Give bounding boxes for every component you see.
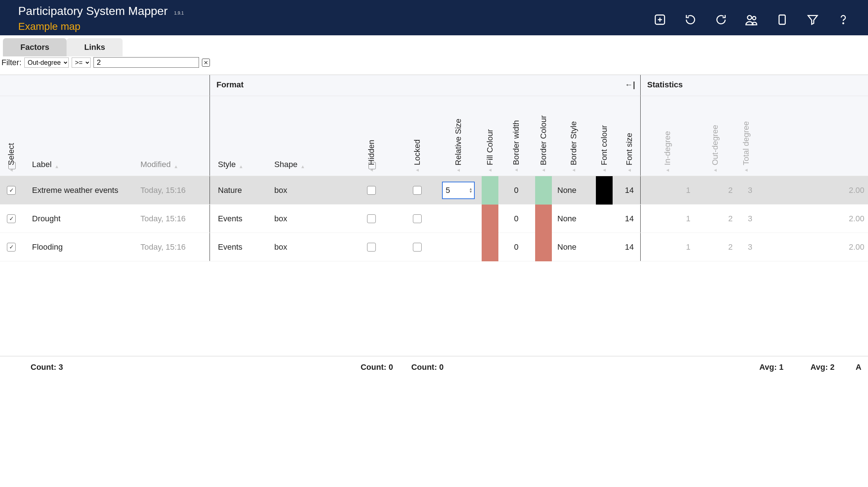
cell-relative-size[interactable] — [439, 205, 477, 233]
svg-point-6 — [843, 23, 844, 24]
col-modified[interactable]: Modified▲ — [140, 96, 210, 176]
filter-attribute-select[interactable]: Out-degree — [24, 58, 69, 68]
table-row[interactable]: DroughtToday, 15:16Eventsbox0None141232.… — [0, 205, 868, 233]
cell-locked-checkbox[interactable] — [413, 243, 422, 252]
select-all-checkbox[interactable] — [8, 162, 16, 169]
row-select-checkbox[interactable] — [7, 243, 16, 252]
cell-hidden-checkbox[interactable] — [367, 214, 376, 223]
table-row[interactable]: Extreme weather eventsToday, 15:16Nature… — [0, 176, 868, 205]
cell-border-style[interactable]: None — [557, 205, 590, 233]
row-select-checkbox[interactable] — [7, 186, 16, 195]
cell-fill-colour[interactable] — [477, 176, 503, 204]
cell-shape[interactable]: box — [274, 176, 348, 204]
filter-value-input[interactable] — [93, 57, 199, 68]
footer-summary: Count: 3 Count: 0 Count: 0 Avg: 1 Avg: 2… — [0, 356, 868, 378]
filter-operator-select[interactable]: >= — [72, 58, 91, 68]
toolbar — [653, 12, 851, 27]
filter-label: Filter: — [1, 58, 21, 67]
col-hidden[interactable]: ▲Hidden — [348, 96, 395, 176]
svg-rect-5 — [779, 15, 785, 24]
tabs: Factors Links — [3, 38, 868, 56]
cell-relative-size[interactable]: 5▲▼ — [439, 176, 477, 204]
filter-icon[interactable] — [805, 12, 820, 27]
cell-shape[interactable]: box — [274, 205, 348, 233]
cell-modified: Today, 15:16 — [140, 233, 210, 261]
col-border-colour[interactable]: ▲Border Colour — [530, 96, 557, 176]
col-label[interactable]: Label▲ — [23, 96, 140, 176]
cell-label[interactable]: Flooding — [23, 233, 140, 261]
data-grid: Format ←| Statistics ▲Select Label▲ Modi… — [0, 75, 868, 261]
cell-border-width[interactable]: 0 — [503, 176, 530, 204]
cell-font-size[interactable]: 14 — [618, 233, 640, 261]
cell-border-style[interactable]: None — [557, 176, 590, 204]
col-border-width[interactable]: ▲Border width — [503, 96, 530, 176]
cell-modified: Today, 15:16 — [140, 176, 210, 204]
redo-icon[interactable] — [714, 12, 728, 27]
cell-total-degree: 3 — [736, 233, 756, 261]
cell-modified: Today, 15:16 — [140, 205, 210, 233]
col-relative-size[interactable]: ▲Relative Size — [439, 96, 477, 176]
cell-font-size[interactable]: 14 — [618, 176, 640, 204]
help-icon[interactable] — [836, 12, 851, 27]
cell-hidden-checkbox[interactable] — [367, 243, 376, 252]
row-select-checkbox[interactable] — [7, 214, 16, 223]
table-row[interactable]: FloodingToday, 15:16Eventsbox0None141232… — [0, 233, 868, 261]
cell-border-colour[interactable] — [530, 233, 557, 261]
cell-label[interactable]: Extreme weather events — [23, 176, 140, 204]
tab-links[interactable]: Links — [67, 38, 122, 56]
col-locked[interactable]: ▲Locked — [395, 96, 439, 176]
col-out-degree[interactable]: ▲Out-degree — [694, 96, 736, 176]
cell-in-degree: 1 — [640, 205, 694, 233]
cell-shape[interactable]: box — [274, 233, 348, 261]
cell-border-colour[interactable] — [530, 176, 557, 204]
cell-label[interactable]: Drought — [23, 205, 140, 233]
cell-style[interactable]: Events — [210, 233, 274, 261]
collapse-format-icon[interactable]: ←| — [625, 80, 635, 90]
col-shape[interactable]: Shape▲ — [274, 96, 348, 176]
tab-factors[interactable]: Factors — [3, 38, 67, 56]
footer-avg-outdegree: Avg: 2 — [805, 363, 840, 372]
footer-count-locked: Count: 0 — [406, 363, 449, 372]
cell-hidden-checkbox[interactable] — [367, 186, 376, 195]
people-icon[interactable] — [744, 12, 759, 27]
col-style[interactable]: Style▲ — [210, 96, 274, 176]
cell-border-width[interactable]: 0 — [503, 233, 530, 261]
cell-style[interactable]: Events — [210, 205, 274, 233]
col-border-style[interactable]: ▲Border Style — [557, 96, 590, 176]
footer-avg-indegree: Avg: 1 — [754, 363, 788, 372]
filter-bar: Filter: Out-degree >= — [0, 56, 868, 68]
app-version: 1.9.1 — [174, 11, 184, 16]
col-in-degree[interactable]: ▲In-degree — [640, 96, 694, 176]
col-total-degree[interactable]: ▲Total degree — [736, 96, 756, 176]
col-fill-colour[interactable]: ▲Fill Colour — [477, 96, 503, 176]
cell-font-colour[interactable] — [590, 233, 618, 261]
cell-extra: 2.00 — [756, 233, 868, 261]
col-select[interactable]: ▲Select — [0, 96, 23, 176]
cell-locked-checkbox[interactable] — [413, 186, 422, 195]
clear-filter-button[interactable] — [202, 59, 210, 67]
cell-font-colour[interactable] — [590, 205, 618, 233]
add-icon[interactable] — [653, 12, 667, 27]
cell-fill-colour[interactable] — [477, 233, 503, 261]
section-headers: Format ←| Statistics — [0, 75, 868, 96]
cell-font-size[interactable]: 14 — [618, 205, 640, 233]
cell-border-style[interactable]: None — [557, 233, 590, 261]
cell-style[interactable]: Nature — [210, 176, 274, 204]
section-header-stats: Statistics — [640, 75, 868, 96]
cell-locked-checkbox[interactable] — [413, 214, 422, 223]
cell-border-colour[interactable] — [530, 205, 557, 233]
col-font-size[interactable]: ▲Font size — [618, 96, 640, 176]
svg-point-3 — [748, 16, 752, 20]
section-header-format: Format ←| — [210, 75, 640, 96]
col-font-colour[interactable]: ▲Font colour — [590, 96, 618, 176]
svg-point-4 — [753, 16, 756, 20]
cell-relative-size[interactable] — [439, 233, 477, 261]
cell-font-colour[interactable] — [590, 176, 618, 204]
table-rows: Extreme weather eventsToday, 15:16Nature… — [0, 176, 868, 261]
hidden-all-checkbox[interactable] — [369, 162, 376, 169]
cell-in-degree: 1 — [640, 233, 694, 261]
cell-border-width[interactable]: 0 — [503, 205, 530, 233]
undo-icon[interactable] — [683, 12, 698, 27]
copy-icon[interactable] — [775, 12, 789, 27]
cell-fill-colour[interactable] — [477, 205, 503, 233]
